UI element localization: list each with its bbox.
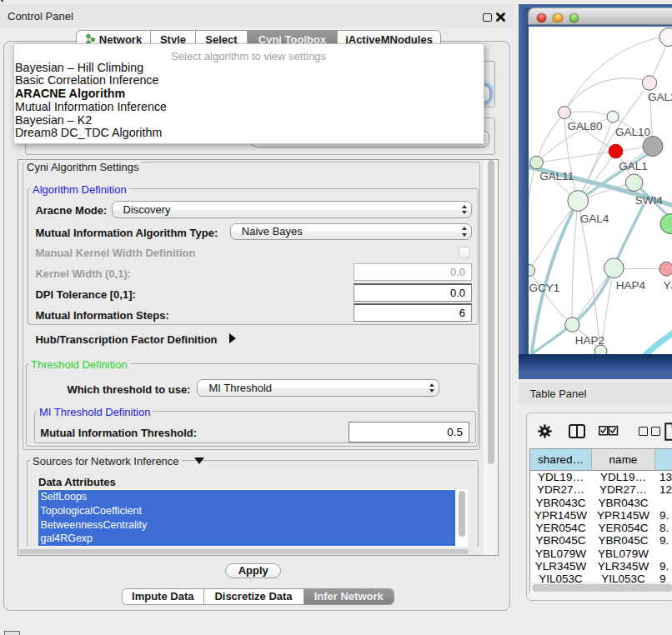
svg-text:YJL: YJL [664, 279, 672, 292]
svg-text:GAL80: GAL80 [567, 119, 602, 132]
svg-text:GAL10: GAL10 [615, 125, 650, 138]
svg-text:SWI4: SWI4 [635, 193, 663, 206]
svg-text:GAL2: GAL2 [648, 90, 672, 102]
svg-text:GAL1: GAL1 [619, 160, 648, 172]
svg-text:HAP2: HAP2 [575, 333, 604, 346]
svg-text:GCY1: GCY1 [529, 282, 559, 294]
svg-text:GAL11: GAL11 [539, 169, 574, 182]
svg-text:HAP4: HAP4 [616, 279, 646, 292]
svg-text:GAL4: GAL4 [580, 212, 609, 225]
